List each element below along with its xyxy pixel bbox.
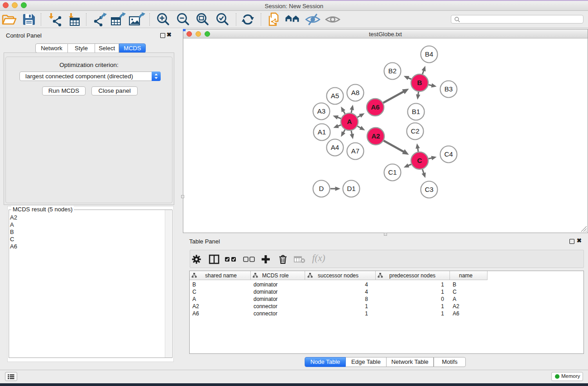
- svg-text:D: D: [319, 185, 324, 192]
- svg-text:D1: D1: [347, 185, 355, 192]
- svg-text:A3: A3: [317, 107, 325, 115]
- svg-text:C2: C2: [411, 127, 419, 135]
- svg-text:A1: A1: [318, 128, 326, 136]
- svg-text:B2: B2: [388, 67, 397, 75]
- svg-text:A: A: [347, 118, 352, 125]
- svg-text:A4: A4: [331, 143, 339, 151]
- svg-text:A5: A5: [331, 92, 339, 100]
- svg-text:C1: C1: [388, 168, 397, 176]
- svg-text:C4: C4: [444, 150, 453, 158]
- svg-text:A6: A6: [371, 103, 379, 111]
- svg-text:B1: B1: [412, 108, 420, 115]
- svg-text:C3: C3: [425, 186, 433, 193]
- svg-text:A7: A7: [351, 147, 359, 155]
- svg-text:B: B: [417, 79, 422, 86]
- svg-text:A8: A8: [351, 89, 359, 96]
- svg-text:A2: A2: [371, 132, 380, 140]
- svg-text:B4: B4: [425, 50, 433, 58]
- svg-text:C: C: [417, 157, 422, 164]
- svg-text:B3: B3: [445, 85, 453, 93]
